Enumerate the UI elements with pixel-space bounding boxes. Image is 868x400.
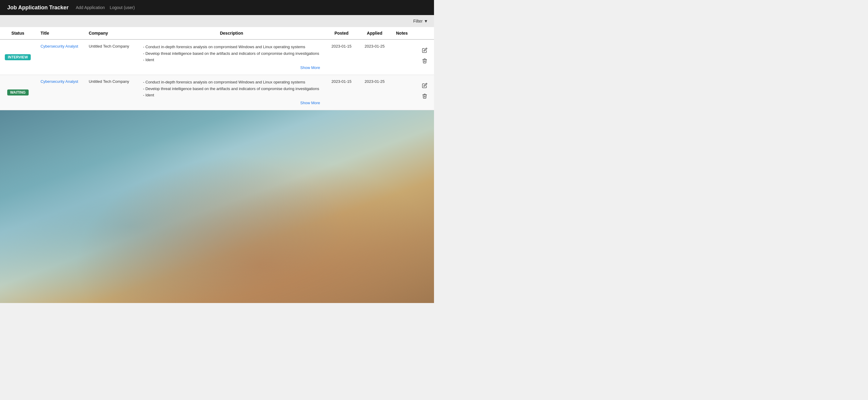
status-cell: INTERVIEW bbox=[0, 39, 36, 75]
notes-cell bbox=[391, 39, 415, 75]
actions-cell bbox=[415, 39, 434, 75]
col-notes: Notes bbox=[391, 27, 415, 39]
description-line: - Ident bbox=[143, 57, 320, 63]
description-cell: - Conduct in-depth forensics analysis on… bbox=[138, 39, 325, 75]
col-actions bbox=[415, 27, 434, 39]
applications-table: Status Title Company Description Posted … bbox=[0, 27, 434, 110]
filter-bar: Filter ▼ bbox=[0, 15, 434, 27]
title-link[interactable]: Cybersecurity Analyst bbox=[40, 79, 78, 84]
status-badge: INTERVIEW bbox=[5, 54, 31, 60]
status-badge: WAITING bbox=[7, 90, 29, 96]
description-line: - Conduct in-depth forensics analysis on… bbox=[143, 79, 320, 85]
description-line: - Ident bbox=[143, 92, 320, 98]
edit-button[interactable] bbox=[420, 82, 429, 90]
company-cell: Untitled Tech Company bbox=[84, 39, 138, 75]
filter-button[interactable]: Filter ▼ bbox=[413, 19, 428, 24]
table-row: INTERVIEWCybersecurity AnalystUntitled T… bbox=[0, 39, 434, 75]
add-application-link[interactable]: Add Application bbox=[76, 5, 105, 10]
delete-button[interactable] bbox=[420, 93, 429, 101]
status-cell: WAITING bbox=[0, 75, 36, 110]
description-line: - Develop threat intelligence based on t… bbox=[143, 51, 320, 57]
applied-date: 2023-01-25 bbox=[358, 75, 391, 110]
col-posted: Posted bbox=[325, 27, 358, 39]
header-nav: Add Application Logout (user) bbox=[76, 5, 135, 10]
notes-cell bbox=[391, 75, 415, 110]
col-description: Description bbox=[138, 27, 325, 39]
description-line: - Develop threat intelligence based on t… bbox=[143, 86, 320, 92]
applications-table-container: Status Title Company Description Posted … bbox=[0, 27, 434, 110]
applied-date: 2023-01-25 bbox=[358, 39, 391, 75]
title-link[interactable]: Cybersecurity Analyst bbox=[40, 44, 78, 48]
col-applied: Applied bbox=[358, 27, 391, 39]
description-line: - Conduct in-depth forensics analysis on… bbox=[143, 44, 320, 50]
posted-date: 2023-01-15 bbox=[325, 75, 358, 110]
edit-button[interactable] bbox=[420, 47, 429, 55]
table-row: WAITINGCybersecurity AnalystUntitled Tec… bbox=[0, 75, 434, 110]
show-more-link[interactable]: Show More bbox=[143, 100, 320, 106]
app-header: Job Application Tracker Add Application … bbox=[0, 0, 434, 15]
col-company: Company bbox=[84, 27, 138, 39]
title-cell: Cybersecurity Analyst bbox=[36, 39, 84, 75]
hero-image bbox=[0, 110, 434, 303]
col-status: Status bbox=[0, 27, 36, 39]
title-cell: Cybersecurity Analyst bbox=[36, 75, 84, 110]
logout-link[interactable]: Logout (user) bbox=[110, 5, 135, 10]
description-cell: - Conduct in-depth forensics analysis on… bbox=[138, 75, 325, 110]
col-title: Title bbox=[36, 27, 84, 39]
posted-date: 2023-01-15 bbox=[325, 39, 358, 75]
app-title: Job Application Tracker bbox=[7, 4, 68, 11]
delete-button[interactable] bbox=[420, 58, 429, 66]
company-cell: Untitled Tech Company bbox=[84, 75, 138, 110]
show-more-link[interactable]: Show More bbox=[143, 65, 320, 71]
actions-cell bbox=[415, 75, 434, 110]
chevron-down-icon: ▼ bbox=[424, 19, 428, 24]
